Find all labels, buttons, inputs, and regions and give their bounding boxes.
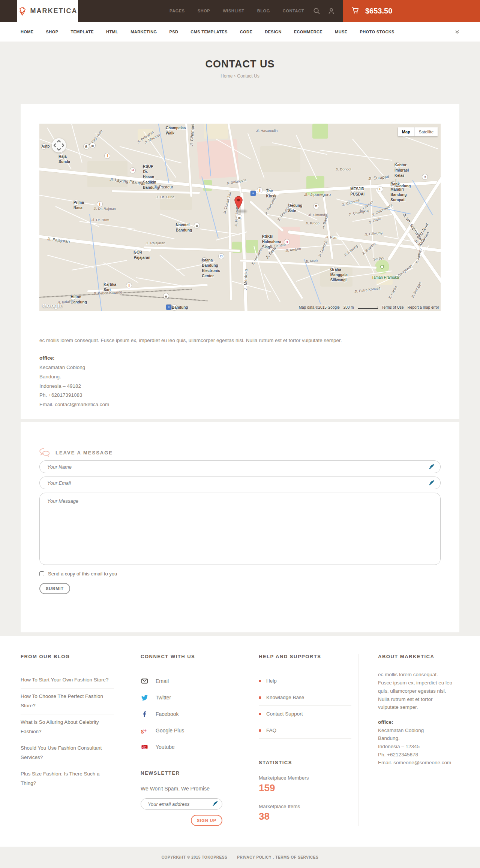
top-nav-link[interactable]: CONTACT bbox=[283, 9, 304, 13]
map-label: RSKB Halmahera Siaga bbox=[262, 234, 267, 239]
message-form-heading-row: LEAVE A MESSAGE bbox=[39, 448, 441, 457]
blog-post-link[interactable]: Should You Use Fashion Consultant Servic… bbox=[21, 740, 114, 766]
map-type-satellite-button[interactable]: Satellite bbox=[414, 127, 438, 136]
map-marker-icon[interactable] bbox=[234, 196, 243, 211]
category-nav-link[interactable]: MUSE bbox=[335, 30, 347, 34]
svg-text:Tube: Tube bbox=[142, 747, 146, 749]
send-copy-checkbox[interactable] bbox=[39, 571, 44, 576]
map-label: Jl. Ciliwung bbox=[364, 230, 382, 237]
search-icon[interactable] bbox=[309, 0, 324, 22]
office-address-line: Indonesia – 49182 bbox=[39, 382, 441, 391]
square-bullet-icon bbox=[259, 696, 261, 699]
copyright-text: COPYRIGHT © 2015 TOKOPRESS bbox=[162, 855, 228, 859]
square-bullet-icon bbox=[259, 729, 261, 732]
map-label: Champelas Walk bbox=[166, 125, 171, 131]
name-input[interactable] bbox=[39, 460, 441, 473]
map-label: Kartika Sari bbox=[104, 282, 109, 287]
map-label: Asto bbox=[41, 144, 46, 149]
top-nav-link[interactable]: BLOG bbox=[257, 9, 270, 13]
breadcrumb: Home›Contact Us bbox=[0, 73, 480, 79]
footer-connect-heading: CONNECT WITH US bbox=[141, 654, 232, 659]
top-nav-link[interactable]: SHOP bbox=[198, 9, 210, 13]
help-link-label: FAQ bbox=[266, 728, 276, 733]
map-label: MESJID PUSDAI bbox=[350, 187, 356, 192]
category-nav-link[interactable]: ECOMMERCE bbox=[294, 30, 322, 34]
chevron-down-icon[interactable] bbox=[455, 30, 459, 34]
map-poi-icon: ▄ bbox=[90, 143, 95, 148]
map-label: Jl. Pajajaran bbox=[146, 241, 165, 245]
page-head: CONTACT US Home›Contact Us bbox=[0, 42, 480, 104]
category-nav-link[interactable]: TEMPLATE bbox=[70, 30, 94, 34]
map-label: Jl. Surapati bbox=[368, 175, 389, 181]
social-link[interactable]: Twitter bbox=[141, 689, 232, 706]
newsletter-email-input[interactable] bbox=[141, 798, 222, 810]
square-bullet-icon bbox=[259, 713, 261, 715]
social-label: Twitter bbox=[156, 695, 171, 701]
contact-intro-text: ec mollis lorem consequat. Fusce ipsum e… bbox=[39, 336, 441, 345]
blog-post-link[interactable]: What is So Alluring About Celebrity Fash… bbox=[21, 714, 114, 740]
statistic-item: Marketplace Items 38 bbox=[259, 804, 351, 822]
help-link-list: Help Knowladge Base Contact Support FAQ bbox=[259, 673, 351, 739]
office-address-line: Kecamatan Coblong bbox=[39, 363, 441, 372]
brand-name: MARKETICA bbox=[30, 7, 78, 15]
account-icon[interactable] bbox=[324, 0, 339, 22]
map-label: Jl. Diponegoro bbox=[304, 192, 331, 197]
google-map[interactable]: Champelas WalkJl. HasanudinJl. Pelesiran… bbox=[39, 124, 441, 311]
map-label: Jl. Progo bbox=[305, 221, 320, 226]
map-label: Jl. Pasteur bbox=[154, 185, 173, 190]
map-poi-icon: ◻ bbox=[219, 254, 224, 259]
office-address-line: Indonesia – 12345 bbox=[378, 743, 453, 751]
map-label: Graha Manggala Siliwangi bbox=[330, 267, 336, 272]
footer-blog-heading: FROM OUR BLOG bbox=[21, 654, 114, 659]
blog-post-link[interactable]: Plus Size Fashion: Is There Such a Thing… bbox=[21, 766, 114, 792]
top-nav-link[interactable]: WISHLIST bbox=[223, 9, 244, 13]
map-report-link[interactable]: Report a map error bbox=[408, 305, 439, 309]
social-link[interactable]: Email bbox=[141, 673, 232, 689]
category-nav-link[interactable]: MARKETING bbox=[130, 30, 157, 34]
map-poi-icon: ▄ bbox=[164, 293, 169, 299]
category-nav-link[interactable]: PSD bbox=[169, 30, 178, 34]
breadcrumb-home-link[interactable]: Home bbox=[220, 73, 232, 79]
map-label: Bank Mandiri Bandung Surapati bbox=[390, 182, 396, 187]
submit-button[interactable]: SUBMIT bbox=[39, 583, 70, 594]
blog-post-link[interactable]: How To Start Your Own Fashion Store? bbox=[21, 672, 114, 689]
category-nav-link[interactable]: CMS TEMPLATES bbox=[190, 30, 228, 34]
legal-links[interactable]: PRIVACY POLICY . TERMS OF SERVICES bbox=[237, 855, 318, 859]
statistics-list: Marketplace Members 159 Marketplace Item… bbox=[259, 775, 351, 822]
office-address-line: Kecamatan Coblong bbox=[378, 726, 453, 735]
map-label: The Kiosk bbox=[266, 188, 272, 194]
email-input[interactable] bbox=[39, 477, 441, 489]
map-label: Raja Sunda bbox=[58, 154, 64, 159]
category-nav-link[interactable]: SHOP bbox=[46, 30, 58, 34]
category-nav-link[interactable]: PHOTO STOCKS bbox=[360, 30, 394, 34]
help-link[interactable]: Knowladge Base bbox=[259, 689, 351, 706]
map-label: Jl. Cimanuk bbox=[341, 198, 360, 207]
office-label: office: bbox=[39, 354, 441, 363]
help-link[interactable]: FAQ bbox=[259, 722, 351, 739]
help-link[interactable]: Help bbox=[259, 673, 351, 689]
message-form-title: LEAVE A MESSAGE bbox=[56, 450, 113, 456]
social-link[interactable]: Facebook bbox=[141, 706, 232, 722]
map-label: Jl. Sulanjana bbox=[226, 178, 247, 185]
map-terms-link[interactable]: Terms of Use bbox=[382, 305, 404, 309]
social-link[interactable]: g+ Google Plus bbox=[141, 722, 232, 739]
map-type-map-button[interactable]: Map bbox=[398, 127, 414, 136]
map-label: Jl. Dr. Curie bbox=[156, 195, 174, 199]
signup-button[interactable]: SIGN UP bbox=[191, 815, 222, 826]
message-textarea[interactable] bbox=[39, 493, 441, 565]
blog-post-link[interactable]: How To Choose The Perfect Fashion Store? bbox=[21, 689, 114, 714]
brand-logo[interactable]: MARKETICA bbox=[17, 0, 78, 22]
map-pan-control[interactable] bbox=[51, 138, 66, 154]
top-nav-link[interactable]: PAGES bbox=[170, 9, 185, 13]
map-label: Kantor Imigrasi Kelas I - Bandung bbox=[394, 163, 400, 168]
map-poi-icon: ☾ bbox=[378, 187, 383, 192]
cart-button[interactable]: $653.50 bbox=[343, 0, 480, 22]
map-poi-icon: ∥ bbox=[126, 283, 132, 288]
social-link[interactable]: YouTube Youtube bbox=[141, 739, 232, 755]
map-label: Jl. Riau bbox=[325, 235, 338, 240]
category-nav-link[interactable]: DESIGN bbox=[265, 30, 282, 34]
category-nav-link[interactable]: HOME bbox=[21, 30, 34, 34]
help-link[interactable]: Contact Support bbox=[259, 706, 351, 722]
category-nav-link[interactable]: CODE bbox=[240, 30, 252, 34]
category-nav-link[interactable]: HTML bbox=[106, 30, 118, 34]
